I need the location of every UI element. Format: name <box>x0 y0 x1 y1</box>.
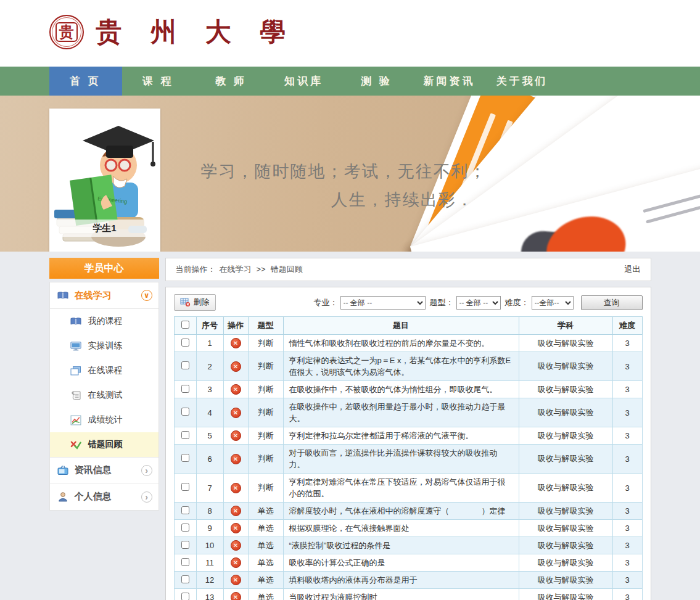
slogan-line-1: 学习，随时随地；考试，无往不利； <box>184 157 504 186</box>
row-checkbox[interactable] <box>181 339 189 347</box>
sidebar-subitem[interactable]: 实操训练 <box>50 334 159 358</box>
cell-question: 填料吸收塔内的液体再分布器是用于 <box>283 572 519 589</box>
table-row: 9单选根据双膜理论，在气液接触界面处吸收与解吸实验3 <box>174 520 642 537</box>
breadcrumb-page: 错题回顾 <box>271 258 303 281</box>
delete-button[interactable]: 删除 <box>174 294 216 311</box>
person-icon <box>57 491 68 502</box>
delete-row-icon[interactable] <box>231 483 241 493</box>
cell-no: 8 <box>196 503 223 520</box>
filter-select[interactable]: -- 全部 -- <box>340 296 426 310</box>
delete-row-icon[interactable] <box>231 408 241 418</box>
cell-question-type: 判断 <box>248 381 283 398</box>
row-checkbox[interactable] <box>181 541 189 549</box>
sidebar-subitem[interactable]: 在线测试 <box>50 383 159 408</box>
cell-no: 1 <box>196 335 223 352</box>
cell-subject: 吸收与解吸实验 <box>519 398 612 427</box>
table-row: 10单选“液膜控制”吸收过程的条件是吸收与解吸实验3 <box>174 537 642 554</box>
row-checkbox[interactable] <box>181 524 189 532</box>
row-checkbox[interactable] <box>181 575 189 583</box>
row-checkbox[interactable] <box>181 454 189 462</box>
sidebar-item-news-info[interactable]: 资讯信息 <box>50 457 159 483</box>
delete-row-icon[interactable] <box>231 557 241 568</box>
cell-question-type: 单选 <box>248 554 283 572</box>
cell-no: 11 <box>196 554 223 572</box>
nav-item[interactable]: 首 页 <box>49 67 122 96</box>
col-header-action: 操作 <box>223 317 248 335</box>
delete-row-icon[interactable] <box>231 540 241 551</box>
sidebar-subitem[interactable]: 错题回顾 <box>50 432 159 457</box>
delete-row-icon[interactable] <box>231 592 241 600</box>
xcheck-icon <box>70 440 81 450</box>
delete-row-icon[interactable] <box>231 430 241 441</box>
filter-label: 专业： <box>314 297 338 308</box>
filter-label: 题型： <box>430 297 454 308</box>
row-checkbox[interactable] <box>181 408 189 416</box>
cell-question-type: 单选 <box>248 503 283 520</box>
student-avatar-card[interactable]: Engineering 学生1 <box>49 109 160 252</box>
nav-item[interactable]: 关于我们 <box>486 67 559 96</box>
table-row: 4判断在吸收操作中，若吸收剂用量趋于最小时，吸收推动力趋于最大。吸收与解吸实验3 <box>174 398 642 427</box>
cell-question-type: 判断 <box>248 398 283 427</box>
delete-row-icon[interactable] <box>231 384 241 395</box>
logout-link[interactable]: 退出 <box>625 258 641 281</box>
row-checkbox[interactable] <box>181 558 189 566</box>
row-checkbox[interactable] <box>181 483 189 491</box>
query-button[interactable]: 查询 <box>581 295 643 310</box>
select-all-checkbox[interactable] <box>181 321 189 329</box>
nav-item[interactable]: 教 师 <box>195 67 268 96</box>
cell-question: 根据双膜理论，在气液接触界面处 <box>283 520 519 537</box>
cell-subject: 吸收与解吸实验 <box>519 554 612 572</box>
row-checkbox[interactable] <box>181 593 189 600</box>
delete-row-icon[interactable] <box>231 575 241 585</box>
filter-select[interactable]: -- 全部 -- <box>456 296 501 310</box>
sidebar-item-personal-info[interactable]: 个人信息 <box>50 483 159 510</box>
nav-item[interactable]: 知识库 <box>268 67 340 96</box>
cell-no: 10 <box>196 537 223 554</box>
cell-question: 在吸收操作中，不被吸收的气体为惰性组分，即吸收尾气。 <box>283 381 519 398</box>
row-checkbox[interactable] <box>181 506 189 514</box>
cell-subject: 吸收与解吸实验 <box>519 503 612 520</box>
cell-no: 4 <box>196 398 223 427</box>
main-nav: 首 页课 程教 师知识库测 验新闻资讯关于我们 <box>0 67 700 96</box>
delete-row-icon[interactable] <box>231 361 241 372</box>
sidebar: 学员中心 在线学习 我的课程实操训练在线课程在线测试成绩统计错题回顾 资讯信息 … <box>49 258 159 511</box>
row-checkbox[interactable] <box>181 431 189 439</box>
cell-question: 溶解度较小时，气体在液相中的溶解度遵守（ ）定律 <box>283 503 519 520</box>
table-header-row: 序号 操作 题型 题目 学科 难度 <box>174 317 642 335</box>
table-row: 6判断对于吸收而言，逆流操作比并流操作课获得较大的吸收推动力。吸收与解吸实验3 <box>174 445 642 474</box>
delete-row-icon[interactable] <box>231 338 241 348</box>
nav-item[interactable]: 测 验 <box>340 67 413 96</box>
seal-character: 贵 <box>56 22 78 42</box>
chevron-right-icon[interactable] <box>141 465 152 476</box>
chart-icon <box>70 415 81 425</box>
row-checkbox[interactable] <box>181 385 189 393</box>
nav-item[interactable]: 课 程 <box>122 67 195 96</box>
cell-question: 亨利定律和拉乌尔定律都适用于稀溶液的气液平衡。 <box>283 427 519 445</box>
wrong-question-table: 序号 操作 题型 题目 学科 难度 1判断惰性气体和吸收剂在吸收过程的前后的摩尔… <box>174 316 643 600</box>
university-seal-icon: 贵 <box>49 15 84 49</box>
delete-row-icon[interactable] <box>231 506 241 516</box>
cell-no: 12 <box>196 572 223 589</box>
nav-item[interactable]: 新闻资讯 <box>413 67 486 96</box>
slogan-line-2: 人生，持续出彩． <box>242 186 563 214</box>
sidebar-item-label: 资讯信息 <box>75 464 112 476</box>
cell-subject: 吸收与解吸实验 <box>519 381 612 398</box>
sidebar-subitem[interactable]: 在线课程 <box>50 358 159 383</box>
chevron-down-icon[interactable] <box>141 290 152 301</box>
filter-select[interactable]: --全部-- <box>532 296 574 310</box>
sidebar-subitem[interactable]: 成绩统计 <box>50 408 159 432</box>
row-checkbox[interactable] <box>181 361 189 369</box>
sidebar-subitem-label: 实操训练 <box>88 340 123 351</box>
sidebar-item-online-learning[interactable]: 在线学习 <box>50 282 159 309</box>
cell-subject: 吸收与解吸实验 <box>519 335 612 352</box>
chevron-right-icon[interactable] <box>141 491 152 503</box>
cell-no: 5 <box>196 427 223 445</box>
sidebar-subitem[interactable]: 我的课程 <box>50 309 159 334</box>
delete-row-icon[interactable] <box>231 523 241 533</box>
delete-row-icon[interactable] <box>231 454 241 464</box>
table-row: 7判断亨利定律对难溶气体在常压下较适应，对易溶气体仅适用于很小的范围。吸收与解吸… <box>174 474 642 503</box>
cell-difficulty: 3 <box>612 381 642 398</box>
breadcrumb-section[interactable]: 在线学习 <box>220 258 252 281</box>
cell-difficulty: 3 <box>612 474 642 503</box>
cell-question: 吸收率的计算公式正确的是 <box>283 554 519 572</box>
